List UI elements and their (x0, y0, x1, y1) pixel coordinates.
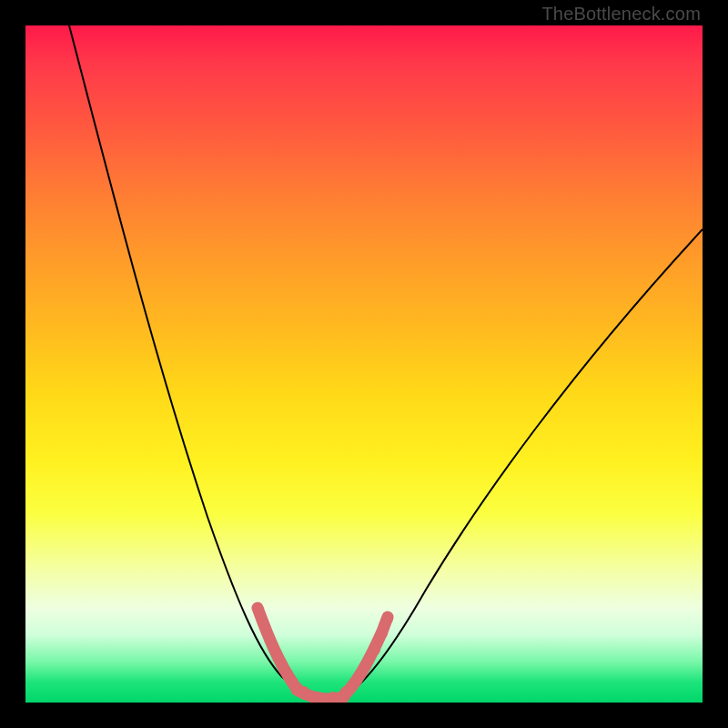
curve-left (69, 25, 298, 690)
svg-point-8 (328, 692, 339, 703)
svg-point-14 (382, 613, 393, 624)
svg-point-3 (271, 650, 282, 661)
curve-right (340, 229, 703, 699)
svg-point-11 (360, 661, 371, 672)
svg-point-9 (340, 686, 351, 697)
chart-frame: TheBottleneck.com (0, 0, 728, 728)
svg-point-5 (288, 677, 298, 688)
svg-point-12 (369, 644, 380, 655)
svg-point-1 (258, 619, 269, 630)
svg-point-2 (264, 633, 275, 644)
svg-point-10 (351, 675, 362, 686)
svg-point-0 (253, 604, 264, 615)
svg-point-4 (278, 664, 289, 675)
svg-point-7 (313, 692, 324, 703)
curve-layer (25, 25, 703, 703)
svg-point-6 (298, 686, 309, 697)
highlight-dots (253, 604, 393, 703)
svg-point-13 (377, 628, 388, 639)
plot-area (25, 25, 703, 703)
watermark-text: TheBottleneck.com (541, 4, 701, 25)
